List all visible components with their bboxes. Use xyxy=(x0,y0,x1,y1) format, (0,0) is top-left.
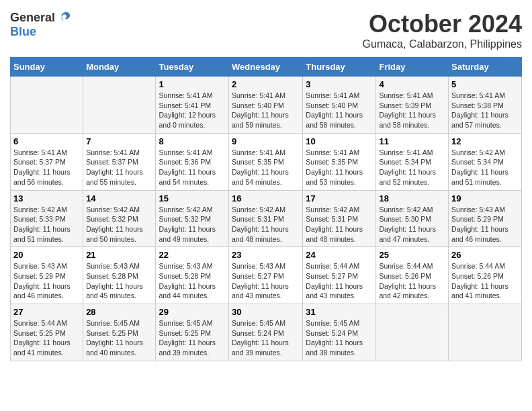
day-info: Sunrise: 5:41 AM Sunset: 5:39 PM Dayligh… xyxy=(379,91,445,130)
day-number: 17 xyxy=(306,193,373,203)
day-info: Sunrise: 5:41 AM Sunset: 5:35 PM Dayligh… xyxy=(306,148,373,187)
day-info: Sunrise: 5:41 AM Sunset: 5:36 PM Dayligh… xyxy=(159,148,226,187)
calendar-week-row: 1Sunrise: 5:41 AM Sunset: 5:41 PM Daylig… xyxy=(11,77,522,134)
day-number: 9 xyxy=(232,136,300,146)
calendar-cell xyxy=(449,304,522,361)
day-info: Sunrise: 5:43 AM Sunset: 5:28 PM Dayligh… xyxy=(159,261,226,301)
calendar-header-monday: Monday xyxy=(83,58,156,77)
calendar-cell: 13Sunrise: 5:42 AM Sunset: 5:33 PM Dayli… xyxy=(11,190,83,247)
calendar-cell: 16Sunrise: 5:42 AM Sunset: 5:31 PM Dayli… xyxy=(229,190,303,247)
calendar-cell: 31Sunrise: 5:45 AM Sunset: 5:24 PM Dayli… xyxy=(303,304,376,361)
calendar-cell: 7Sunrise: 5:41 AM Sunset: 5:37 PM Daylig… xyxy=(83,133,156,190)
logo-bird-icon xyxy=(56,10,71,25)
day-number: 12 xyxy=(451,136,519,146)
calendar-cell: 8Sunrise: 5:41 AM Sunset: 5:36 PM Daylig… xyxy=(156,133,229,190)
day-info: Sunrise: 5:42 AM Sunset: 5:31 PM Dayligh… xyxy=(306,205,373,244)
calendar-header-wednesday: Wednesday xyxy=(229,58,303,77)
calendar-cell: 11Sunrise: 5:41 AM Sunset: 5:34 PM Dayli… xyxy=(376,133,449,190)
day-info: Sunrise: 5:42 AM Sunset: 5:31 PM Dayligh… xyxy=(232,205,300,244)
calendar-cell: 17Sunrise: 5:42 AM Sunset: 5:31 PM Dayli… xyxy=(303,190,376,247)
day-info: Sunrise: 5:43 AM Sunset: 5:28 PM Dayligh… xyxy=(86,261,152,301)
day-number: 30 xyxy=(232,307,300,317)
subtitle: Gumaca, Calabarzon, Philippines xyxy=(363,38,522,50)
calendar-header-sunday: Sunday xyxy=(11,58,83,77)
day-info: Sunrise: 5:41 AM Sunset: 5:38 PM Dayligh… xyxy=(451,91,519,130)
calendar-week-row: 20Sunrise: 5:43 AM Sunset: 5:29 PM Dayli… xyxy=(11,247,522,304)
calendar-cell: 26Sunrise: 5:44 AM Sunset: 5:26 PM Dayli… xyxy=(449,247,522,304)
day-number: 14 xyxy=(86,193,152,203)
day-info: Sunrise: 5:45 AM Sunset: 5:24 PM Dayligh… xyxy=(306,318,373,358)
calendar-cell: 29Sunrise: 5:45 AM Sunset: 5:25 PM Dayli… xyxy=(156,304,229,361)
day-info: Sunrise: 5:41 AM Sunset: 5:41 PM Dayligh… xyxy=(159,91,226,130)
day-number: 5 xyxy=(451,79,519,89)
calendar-table: SundayMondayTuesdayWednesdayThursdayFrid… xyxy=(10,57,522,361)
day-info: Sunrise: 5:44 AM Sunset: 5:25 PM Dayligh… xyxy=(13,318,80,358)
day-info: Sunrise: 5:42 AM Sunset: 5:32 PM Dayligh… xyxy=(86,205,152,244)
day-info: Sunrise: 5:43 AM Sunset: 5:29 PM Dayligh… xyxy=(451,205,519,244)
calendar-cell: 2Sunrise: 5:41 AM Sunset: 5:40 PM Daylig… xyxy=(229,77,303,134)
calendar-week-row: 6Sunrise: 5:41 AM Sunset: 5:37 PM Daylig… xyxy=(11,133,522,190)
calendar-cell: 12Sunrise: 5:42 AM Sunset: 5:34 PM Dayli… xyxy=(449,133,522,190)
calendar-cell: 4Sunrise: 5:41 AM Sunset: 5:39 PM Daylig… xyxy=(376,77,449,134)
calendar-cell: 1Sunrise: 5:41 AM Sunset: 5:41 PM Daylig… xyxy=(156,77,229,134)
calendar-cell: 27Sunrise: 5:44 AM Sunset: 5:25 PM Dayli… xyxy=(11,304,83,361)
calendar-cell: 25Sunrise: 5:44 AM Sunset: 5:26 PM Dayli… xyxy=(376,247,449,304)
day-info: Sunrise: 5:42 AM Sunset: 5:30 PM Dayligh… xyxy=(379,205,445,244)
day-number: 18 xyxy=(379,193,445,203)
calendar-header-tuesday: Tuesday xyxy=(156,58,229,77)
day-number: 29 xyxy=(159,307,226,317)
day-number: 25 xyxy=(379,250,445,260)
day-info: Sunrise: 5:41 AM Sunset: 5:35 PM Dayligh… xyxy=(232,148,300,187)
calendar-cell: 19Sunrise: 5:43 AM Sunset: 5:29 PM Dayli… xyxy=(449,190,522,247)
calendar-cell: 9Sunrise: 5:41 AM Sunset: 5:35 PM Daylig… xyxy=(229,133,303,190)
day-number: 13 xyxy=(13,193,80,203)
calendar-cell: 18Sunrise: 5:42 AM Sunset: 5:30 PM Dayli… xyxy=(376,190,449,247)
calendar-cell: 5Sunrise: 5:41 AM Sunset: 5:38 PM Daylig… xyxy=(449,77,522,134)
calendar-header-thursday: Thursday xyxy=(303,58,376,77)
day-number: 28 xyxy=(86,307,152,317)
day-info: Sunrise: 5:41 AM Sunset: 5:34 PM Dayligh… xyxy=(379,148,445,187)
calendar-cell: 30Sunrise: 5:45 AM Sunset: 5:24 PM Dayli… xyxy=(229,304,303,361)
day-info: Sunrise: 5:44 AM Sunset: 5:27 PM Dayligh… xyxy=(306,261,373,301)
main-title: October 2024 xyxy=(363,10,522,38)
day-number: 27 xyxy=(13,307,80,317)
calendar-header-saturday: Saturday xyxy=(449,58,522,77)
calendar-cell: 14Sunrise: 5:42 AM Sunset: 5:32 PM Dayli… xyxy=(83,190,156,247)
day-info: Sunrise: 5:44 AM Sunset: 5:26 PM Dayligh… xyxy=(451,261,519,301)
day-number: 11 xyxy=(379,136,445,146)
logo-general-text: General xyxy=(10,11,55,25)
day-number: 1 xyxy=(159,79,226,89)
calendar-cell: 10Sunrise: 5:41 AM Sunset: 5:35 PM Dayli… xyxy=(303,133,376,190)
day-info: Sunrise: 5:41 AM Sunset: 5:40 PM Dayligh… xyxy=(232,91,300,130)
day-info: Sunrise: 5:41 AM Sunset: 5:37 PM Dayligh… xyxy=(86,148,152,187)
calendar-cell: 21Sunrise: 5:43 AM Sunset: 5:28 PM Dayli… xyxy=(83,247,156,304)
day-info: Sunrise: 5:43 AM Sunset: 5:27 PM Dayligh… xyxy=(232,261,300,301)
calendar-cell: 24Sunrise: 5:44 AM Sunset: 5:27 PM Dayli… xyxy=(303,247,376,304)
day-number: 3 xyxy=(306,79,373,89)
day-number: 19 xyxy=(451,193,519,203)
day-number: 20 xyxy=(13,250,80,260)
day-number: 6 xyxy=(13,136,80,146)
day-info: Sunrise: 5:41 AM Sunset: 5:40 PM Dayligh… xyxy=(306,91,373,130)
calendar-cell: 22Sunrise: 5:43 AM Sunset: 5:28 PM Dayli… xyxy=(156,247,229,304)
day-info: Sunrise: 5:45 AM Sunset: 5:24 PM Dayligh… xyxy=(232,318,300,358)
day-number: 31 xyxy=(306,307,373,317)
logo-blue-text: Blue xyxy=(10,25,36,39)
day-number: 16 xyxy=(232,193,300,203)
logo: General Blue xyxy=(10,10,71,39)
day-number: 23 xyxy=(232,250,300,260)
day-info: Sunrise: 5:45 AM Sunset: 5:25 PM Dayligh… xyxy=(159,318,226,358)
day-info: Sunrise: 5:43 AM Sunset: 5:29 PM Dayligh… xyxy=(13,261,80,301)
day-number: 22 xyxy=(159,250,226,260)
calendar-cell: 6Sunrise: 5:41 AM Sunset: 5:37 PM Daylig… xyxy=(11,133,83,190)
day-info: Sunrise: 5:44 AM Sunset: 5:26 PM Dayligh… xyxy=(379,261,445,301)
calendar-week-row: 27Sunrise: 5:44 AM Sunset: 5:25 PM Dayli… xyxy=(11,304,522,361)
day-info: Sunrise: 5:42 AM Sunset: 5:32 PM Dayligh… xyxy=(159,205,226,244)
day-number: 8 xyxy=(159,136,226,146)
calendar-cell: 15Sunrise: 5:42 AM Sunset: 5:32 PM Dayli… xyxy=(156,190,229,247)
calendar-cell: 20Sunrise: 5:43 AM Sunset: 5:29 PM Dayli… xyxy=(11,247,83,304)
day-info: Sunrise: 5:42 AM Sunset: 5:34 PM Dayligh… xyxy=(451,148,519,187)
calendar-body: 1Sunrise: 5:41 AM Sunset: 5:41 PM Daylig… xyxy=(11,77,522,361)
calendar-cell: 28Sunrise: 5:45 AM Sunset: 5:25 PM Dayli… xyxy=(83,304,156,361)
day-number: 2 xyxy=(232,79,300,89)
